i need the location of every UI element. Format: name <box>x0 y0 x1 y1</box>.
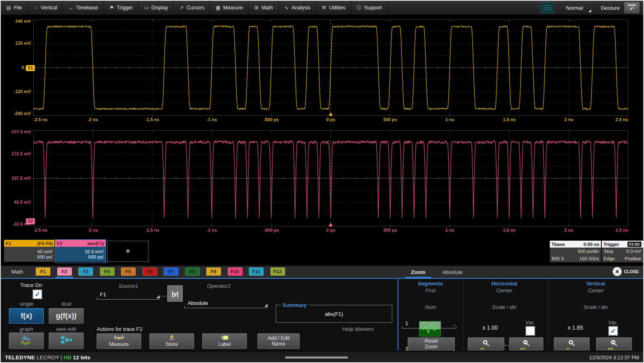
trace-descriptor-f1[interactable]: F1 (F5-F6) 60 mV/ 500 ps/ <box>4 240 54 263</box>
label-button[interactable]: Label <box>202 333 247 349</box>
zoom-in-icon: in <box>482 339 491 348</box>
menu-item-utilities[interactable]: ⚒Utilities <box>316 1 351 15</box>
summary-label: Summary <box>281 302 308 308</box>
waveform-plot-f1[interactable]: 240 mV120 mV0 µV-120 mV-240 mVF1-2.5 ns-… <box>1 15 644 125</box>
zoom-out-icon: out <box>609 339 618 348</box>
horizontal-var-checkbox[interactable] <box>525 326 535 336</box>
math-tab-label: Math <box>11 269 23 275</box>
zoom-out-icon: out <box>522 339 531 348</box>
timebase-icon: ↔ <box>68 5 73 11</box>
grid-layout-icon[interactable] <box>541 2 554 13</box>
analysis-icon: ∿ <box>284 5 289 11</box>
plot-grid-f1[interactable] <box>33 20 628 116</box>
tab-f8[interactable]: F8 <box>185 267 200 276</box>
file-icon: ▤ <box>6 5 11 11</box>
horizontal-zoom-in-button[interactable]: in <box>468 337 504 350</box>
single-fx-button[interactable]: f(x) <box>9 308 44 324</box>
menu-item-label: Trigger <box>117 5 133 11</box>
vertical-mult-label: x 1.85 <box>557 324 594 331</box>
menu-item-measure[interactable]: ▦Measure <box>210 1 249 15</box>
tab-f5[interactable]: F5 <box>121 267 136 276</box>
offset-badge-f2[interactable]: F2 <box>26 218 35 224</box>
undo-button[interactable]: Undo ↶ <box>624 2 640 14</box>
trigger-level: 0.0 mV <box>627 249 641 254</box>
vertical-scale-label: Scale / div <box>551 304 640 310</box>
display-mode-label: Normal <box>566 5 583 11</box>
segments-num-label: Num <box>399 304 462 310</box>
x-axis-label: -1 ns <box>207 117 217 122</box>
menu-item-trigger[interactable]: ⚑Trigger <box>104 1 138 15</box>
x-axis-label: -2.5 ns <box>33 117 48 122</box>
panel-divider-1 <box>463 279 463 350</box>
menu-item-display[interactable]: ▭Display <box>138 1 174 15</box>
menu-item-vertical[interactable]: ↕Vertical <box>28 1 63 15</box>
dual-gfx-button[interactable]: g(f(x)) <box>49 308 84 324</box>
horizontal-mult-label: x 1.00 <box>472 324 508 331</box>
source1-dropdown[interactable]: F1 <box>97 291 160 300</box>
horizontal-scale-label: Scale / div <box>464 304 545 310</box>
menu-item-math[interactable]: ⊞Math <box>249 1 279 15</box>
tab-absolute[interactable]: Absolute <box>436 267 469 277</box>
math-tab-bar: Math F1F2F3F4F5F6F7F8F9F10F11F12 Zoom Ab… <box>1 266 643 278</box>
timebase-descriptor[interactable]: Tbase 0.00 ns 500 ps/div 800 S 160 GS/s <box>550 241 601 262</box>
tab-zoom[interactable]: Zoom <box>405 267 431 277</box>
measure-label: Measure <box>109 341 129 347</box>
close-button[interactable]: ✕ CLOSE <box>613 267 639 276</box>
web-edit-button[interactable] <box>49 333 84 349</box>
menu-item-file[interactable]: ▤File <box>1 1 28 15</box>
tab-f9[interactable]: F9 <box>206 267 221 276</box>
operator1-dropdown[interactable]: Absolute <box>184 300 268 308</box>
menu-item-label: Timebase <box>76 5 98 11</box>
y-axis-label: 42.5 mV <box>2 200 31 204</box>
panel-divider-2 <box>548 279 549 350</box>
waveform-plot-f2[interactable]: 237.5 mV172.5 mV107.5 mV42.5 mV-22.6 mVF… <box>1 126 644 236</box>
trace-descriptor-f2[interactable]: F2 abs(F1) 32.5 mV/ 500 ps/ <box>55 240 106 263</box>
close-label: CLOSE <box>624 270 639 274</box>
plot-grid-f2[interactable] <box>33 130 628 226</box>
y-axis-label: 240 mV <box>2 19 31 24</box>
source1-label: Source1 <box>97 283 160 289</box>
menu-item-support[interactable]: ⓘSupport <box>351 1 388 15</box>
tab-f4[interactable]: F4 <box>100 267 115 276</box>
x-axis-label: -500 ps <box>264 228 279 233</box>
math-icon: ⊞ <box>254 5 259 11</box>
graph-label: graph <box>9 326 44 332</box>
measure-button[interactable]: Measure <box>97 333 141 349</box>
tab-f2[interactable]: F2 <box>57 267 72 276</box>
x-axis-label: -2.5 ns <box>33 228 48 233</box>
panel-drag-handle[interactable] <box>285 356 348 359</box>
vertical-var-checkbox[interactable] <box>608 326 618 336</box>
zoom-highlight-button[interactable] <box>419 321 441 337</box>
zoom-waveform-icon <box>419 322 441 336</box>
add-trace-button[interactable]: + <box>107 241 149 262</box>
tab-f11[interactable]: F11 <box>249 267 264 276</box>
trace-on-checkbox[interactable] <box>32 289 42 299</box>
horizontal-zoom-out-button[interactable]: out <box>509 337 543 350</box>
menu-items: ▤File↕Vertical↔Timebase⚑Trigger▭Display↗… <box>1 1 388 15</box>
tab-f10[interactable]: F10 <box>228 267 242 276</box>
menu-item-label: Display <box>151 5 168 11</box>
offset-badge-f1[interactable]: F1 <box>26 65 35 71</box>
tab-f12[interactable]: F12 <box>270 267 285 276</box>
tab-f1[interactable]: F1 <box>36 267 50 276</box>
menu-item-cursors[interactable]: ↗Cursors <box>174 1 210 15</box>
graph-mode-button[interactable] <box>9 333 44 349</box>
summary-value: abs(F1) <box>325 311 343 317</box>
menu-item-analysis[interactable]: ∿Analysis <box>279 1 316 15</box>
menu-item-timebase[interactable]: ↔Timebase <box>63 1 104 15</box>
store-button[interactable]: Store <box>149 333 194 349</box>
f2-name: F2 <box>57 241 62 246</box>
reset-zoom-button[interactable]: Reset Zoom <box>408 337 455 350</box>
tab-f7[interactable]: F7 <box>164 267 178 276</box>
vertical-zoom-out-button[interactable]: out <box>596 337 632 350</box>
tab-f3[interactable]: F3 <box>78 267 93 276</box>
undo-arrow-icon: ↶ <box>630 7 634 12</box>
vertical-zoom-in-button[interactable]: in <box>554 337 590 350</box>
f2-detail: abs(F1) <box>87 241 104 246</box>
trigger-time-marker <box>329 112 333 116</box>
add-edit-name-button[interactable]: Add / Edit Name <box>257 333 300 349</box>
trigger-descriptor[interactable]: Trigger C1 DC Stop 0.0 mV Edge Positive <box>602 241 643 262</box>
tab-f6[interactable]: F6 <box>143 267 157 276</box>
label-label: Label <box>218 341 231 347</box>
display-mode-dropdown[interactable]: Normal <box>558 2 591 13</box>
